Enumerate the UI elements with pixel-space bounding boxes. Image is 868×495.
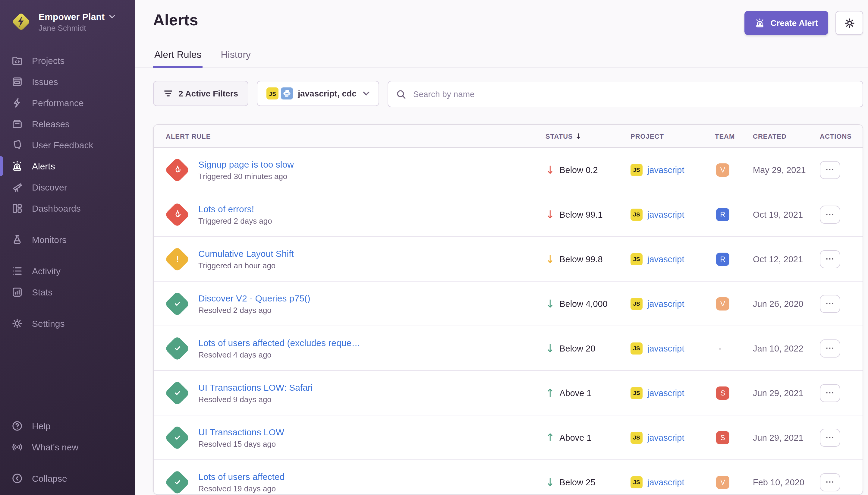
project-link[interactable]: javascript [647,299,684,308]
sidebar-item-label: Performance [32,98,84,108]
sidebar-item-settings[interactable]: Settings [0,313,135,334]
search-box[interactable] [388,81,863,107]
created-cell: May 29, 2021 [753,165,820,174]
team-cell: V [715,475,753,489]
sidebar-item-help[interactable]: Help [0,415,135,437]
projects-icon [11,54,23,67]
siren-icon [11,160,23,172]
row-actions-button[interactable]: ⋯ [820,161,840,179]
team-avatar: R [716,208,729,221]
releases-icon [11,118,23,130]
row-actions-button[interactable]: ⋯ [820,250,840,268]
list-icon [11,265,23,277]
status-cell: Above 1 [545,432,630,443]
alert-rule-subtext: Resolved 2 days ago [198,305,310,314]
actions-cell: ⋯ [820,250,863,268]
project-link[interactable]: javascript [647,477,684,487]
alert-rule-link[interactable]: Lots of users affected (excludes reque… [198,337,361,347]
row-actions-button[interactable]: ⋯ [820,339,840,357]
filter-icon [163,89,173,98]
alert-rule-link[interactable]: UI Transactions LOW [198,427,284,437]
sidebar-item-releases[interactable]: Releases [0,113,135,134]
main-content: Alerts Create Alert Alert Rules History … [135,0,868,495]
critical-alert-icon [165,202,189,226]
team-none: - [718,343,722,353]
row-actions-button[interactable]: ⋯ [820,428,840,446]
javascript-platform-icon: JS [630,208,643,220]
project-link[interactable]: javascript [647,209,684,219]
active-filters-button[interactable]: 2 Active Filters [153,81,248,106]
org-switcher[interactable]: Empower Plant Jane Schmidt [0,0,135,41]
alert-rule-link[interactable]: Discover V2 - Queries p75() [198,293,310,303]
sidebar-item-label: Help [32,421,51,431]
sidebar-item-alerts[interactable]: Alerts [0,156,135,177]
sidebar-item-label: Settings [32,318,65,329]
sidebar-item-dashboards[interactable]: Dashboards [0,198,135,219]
alert-rule-subtext: Triggered 30 minutes ago [198,172,294,181]
sidebar-item-label: Releases [32,119,70,129]
alert-rule-link[interactable]: Lots of errors! [198,204,272,214]
sidebar-item-projects[interactable]: Projects [0,50,135,71]
row-actions-button[interactable]: ⋯ [820,384,840,402]
sidebar-item-user-feedback[interactable]: User Feedback [0,134,135,156]
sidebar-item-activity[interactable]: Activity [0,260,135,281]
trend-down-icon [545,298,555,309]
sidebar-item-monitors[interactable]: Monitors [0,229,135,250]
column-header-status[interactable]: STATUS ↓ [545,132,630,140]
create-alert-button[interactable]: Create Alert [744,11,828,35]
tab-history[interactable]: History [220,49,252,68]
alert-rule-link[interactable]: Cumulative Layout Shift [198,248,294,258]
sidebar-item-label: Projects [32,55,65,66]
search-input[interactable] [412,89,855,100]
actions-cell: ⋯ [820,384,863,402]
row-actions-button[interactable]: ⋯ [820,473,840,491]
flask-icon [11,234,23,246]
tabs: Alert Rules History [135,35,868,68]
siren-icon [755,18,765,28]
trend-down-icon [545,209,555,220]
row-actions-button[interactable]: ⋯ [820,205,840,223]
alert-rule-subtext: Resolved 19 days ago [198,484,284,493]
performance-icon [11,97,23,109]
sidebar-collapse-button[interactable]: Collapse [0,468,135,489]
project-cell: JSjavascript [630,387,715,399]
resolved-alert-icon [165,336,189,360]
chevron-down-icon [109,14,115,18]
sidebar-item-stats[interactable]: Stats [0,281,135,303]
alert-rule-row: Lots of users affected (excludes reque… … [154,326,863,370]
sidebar-item-issues[interactable]: Issues [0,71,135,92]
team-avatar: R [716,252,729,266]
trend-down-icon [545,477,555,488]
row-actions-button[interactable]: ⋯ [820,294,840,313]
telescope-icon [11,181,23,193]
project-link[interactable]: javascript [647,388,684,398]
sidebar-item-label: User Feedback [32,140,93,150]
project-cell: JSjavascript [630,476,715,488]
column-header-actions: ACTIONS [820,132,863,140]
resolved-alert-icon [165,381,189,405]
sidebar-item-label: Issues [32,76,58,87]
alert-rule-row: Signup page is too slow Triggered 30 min… [154,148,863,192]
alerts-settings-button[interactable] [835,11,863,35]
team-cell: R [715,208,753,221]
alert-rule-link[interactable]: Signup page is too slow [198,159,294,169]
python-platform-icon [281,87,293,100]
project-link[interactable]: javascript [647,165,684,174]
sidebar-item-whats-new[interactable]: What's new [0,437,135,458]
alert-rule-link[interactable]: UI Transactions LOW: Safari [198,382,313,392]
project-filter-dropdown[interactable]: JS javascript, cdc [257,81,379,106]
project-cell: JSjavascript [630,342,715,354]
created-cell: Jun 29, 2021 [753,432,820,442]
sidebar-item-performance[interactable]: Performance [0,92,135,113]
created-cell: Jun 26, 2020 [753,299,820,308]
project-link[interactable]: javascript [647,432,684,442]
actions-cell: ⋯ [820,161,863,179]
tab-alert-rules[interactable]: Alert Rules [153,49,203,68]
project-link[interactable]: javascript [647,343,684,353]
status-cell: Below 20 [545,343,630,354]
team-cell: S [715,386,753,399]
project-link[interactable]: javascript [647,254,684,264]
status-cell: Below 25 [545,477,630,488]
alert-rule-link[interactable]: Lots of users affected [198,471,284,481]
sidebar-item-discover[interactable]: Discover [0,177,135,198]
